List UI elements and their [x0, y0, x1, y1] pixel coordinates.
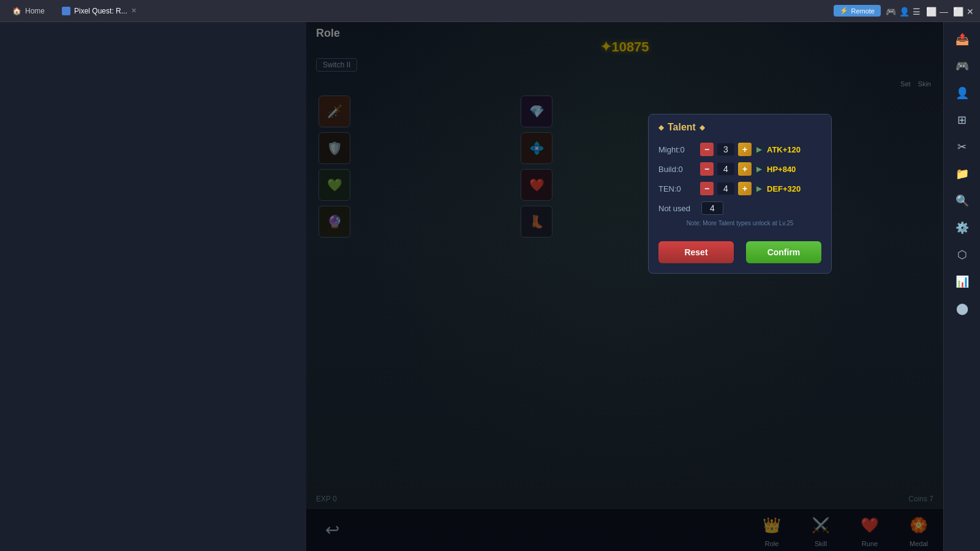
ten-label: TEN:0: [658, 184, 696, 193]
remote-button[interactable]: ⚡ Remote: [834, 5, 881, 17]
build-plus-button[interactable]: +: [738, 162, 752, 176]
gamepad-icon[interactable]: 🎮: [886, 7, 894, 15]
minimize-icon[interactable]: —: [940, 7, 948, 15]
reset-button[interactable]: Reset: [658, 241, 734, 263]
game-tab-close[interactable]: ✕: [131, 7, 137, 15]
build-minus-button[interactable]: −: [700, 162, 714, 176]
browser-chrome: 🏠 Home Pixel Quest: R... ✕ ⚡ Remote 🎮 👤 …: [0, 0, 980, 22]
sidebar-settings-icon[interactable]: ⚙️: [951, 217, 973, 239]
talent-note: Note: More Talent types unlock at Lv.25: [658, 220, 821, 227]
game-viewport: Role Switch II Set Skin ✦10875 🗡️ 💎 🛡️ 💠…: [306, 22, 943, 551]
tab-home[interactable]: 🏠 Home: [5, 4, 52, 18]
main-area: Role Switch II Set Skin ✦10875 🗡️ 💎 🛡️ 💠…: [0, 22, 980, 551]
build-bonus: HP+840: [767, 165, 796, 174]
not-used-label: Not used: [658, 204, 696, 213]
restore-icon[interactable]: ⬜: [953, 7, 962, 15]
modal-footer: Reset Confirm: [649, 234, 831, 273]
build-value: 4: [717, 163, 734, 175]
might-minus-button[interactable]: −: [700, 143, 714, 156]
home-tab-label: Home: [25, 7, 45, 15]
talent-modal: ◆ Talent ◆ Might:0 − 3 + ▶ ATK+120: [648, 114, 832, 274]
ten-value: 4: [717, 182, 734, 195]
modal-overlay: ◆ Talent ◆ Might:0 − 3 + ▶ ATK+120: [306, 22, 943, 551]
screenshot-icon[interactable]: ⬜: [926, 7, 935, 15]
close-icon[interactable]: ✕: [967, 7, 975, 15]
talent-title: Talent: [668, 122, 696, 133]
left-sidebar: [0, 22, 306, 551]
remote-label: Remote: [851, 7, 875, 15]
might-label: Might:0: [658, 145, 696, 154]
browser-actions: ⚡ Remote 🎮 👤 ☰ ⬜ — ⬜ ✕: [834, 5, 975, 17]
might-bonus: ATK+120: [767, 145, 801, 154]
sidebar-user-icon[interactable]: 👤: [951, 82, 973, 104]
remote-icon: ⚡: [840, 7, 848, 15]
might-plus-button[interactable]: +: [738, 143, 752, 156]
modal-body: Might:0 − 3 + ▶ ATK+120 Build:0 − 4 + ▶: [649, 138, 831, 234]
sidebar-cut-icon[interactable]: ✂: [951, 136, 973, 158]
sidebar-grid-icon[interactable]: ⊞: [951, 109, 973, 131]
menu-icon[interactable]: ☰: [913, 7, 921, 15]
sidebar-upload-icon[interactable]: 📤: [951, 28, 973, 50]
tab-game[interactable]: Pixel Quest: R... ✕: [55, 4, 144, 18]
sidebar-expand-icon[interactable]: ⬡: [951, 244, 973, 266]
modal-header: ◆ Talent ◆: [649, 114, 831, 138]
not-used-value: 4: [701, 201, 723, 215]
build-arrow-icon: ▶: [756, 165, 762, 173]
sidebar-search-icon[interactable]: 🔍: [951, 190, 973, 212]
ten-plus-button[interactable]: +: [738, 182, 752, 195]
home-tab-icon: 🏠: [12, 7, 21, 15]
talent-row-ten: TEN:0 − 4 + ▶ DEF+320: [658, 182, 821, 195]
sidebar-chart-icon[interactable]: 📊: [951, 271, 973, 293]
talent-row-build: Build:0 − 4 + ▶ HP+840: [658, 162, 821, 176]
might-arrow-icon: ▶: [756, 145, 762, 154]
confirm-button[interactable]: Confirm: [746, 241, 821, 263]
right-sidebar: 📤 🎮 👤 ⊞ ✂ 📁 🔍 ⚙️ ⬡ 📊 ⬤: [943, 22, 980, 551]
sidebar-gamepad-icon[interactable]: 🎮: [951, 55, 973, 77]
build-label: Build:0: [658, 165, 696, 174]
not-used-row: Not used 4: [658, 201, 821, 215]
game-tab-label: Pixel Quest: R...: [74, 7, 127, 15]
sidebar-folder-icon[interactable]: 📁: [951, 163, 973, 185]
diamond-right-icon: ◆: [699, 123, 705, 132]
sidebar-panel-icon[interactable]: ⬤: [951, 298, 973, 320]
diamond-left-icon: ◆: [658, 123, 664, 132]
ten-arrow-icon: ▶: [756, 184, 762, 193]
talent-row-might: Might:0 − 3 + ▶ ATK+120: [658, 143, 821, 156]
user-icon[interactable]: 👤: [899, 7, 908, 15]
game-tab-favicon: [62, 7, 70, 15]
might-value: 3: [717, 143, 734, 156]
ten-minus-button[interactable]: −: [700, 182, 714, 195]
ten-bonus: DEF+320: [767, 184, 801, 193]
